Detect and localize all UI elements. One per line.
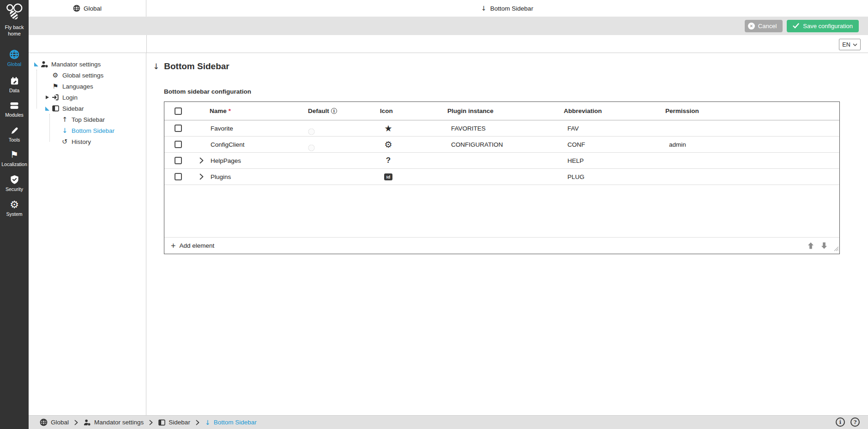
cancel-label: Cancel <box>758 23 777 30</box>
plus-icon: + <box>171 242 176 250</box>
tree-expander-open-icon[interactable] <box>43 105 51 112</box>
table-row: ConfigClient ⚙ CONFIGURATION CONF admin <box>164 137 839 153</box>
breadcrumb-item-bottom-sidebar[interactable]: ↓ Bottom Sidebar <box>205 419 257 426</box>
select-row-checkbox[interactable] <box>175 141 182 148</box>
toggle-knob <box>308 129 314 135</box>
language-select[interactable]: EN <box>839 39 861 50</box>
column-header-name: Name * <box>192 107 308 114</box>
settings-tree-panel: Mandator settings ⚙ Global settings ⚑ La… <box>29 53 146 415</box>
select-row-checkbox[interactable] <box>175 125 182 132</box>
tree-expander-slot <box>43 72 51 79</box>
tree-label: Bottom Sidebar <box>72 127 115 134</box>
column-header-default: Default i <box>308 107 380 114</box>
main-content: ↓ Bottom Sidebar Bottom sidebar configur… <box>146 53 868 415</box>
tree-expander-open-icon[interactable] <box>32 60 40 68</box>
rail-item-system[interactable]: ⚙ System <box>0 199 29 217</box>
tree-expander-closed-icon[interactable] <box>43 94 51 101</box>
question-mark-icon: ? <box>383 156 394 165</box>
arrow-down-icon: ↓ <box>481 5 487 12</box>
section-title: Bottom sidebar configuration <box>164 88 868 95</box>
breadcrumb-item-global[interactable]: Global <box>40 418 69 426</box>
star-icon: ★ <box>383 123 394 133</box>
select-all-checkbox[interactable] <box>175 107 182 115</box>
tree-label: Languages <box>62 83 93 90</box>
info-circle-icon[interactable]: i <box>836 417 845 427</box>
rail-item-data[interactable]: Data <box>0 75 29 93</box>
check-icon <box>793 23 799 29</box>
rail-label: Global <box>7 61 21 67</box>
abbreviation-value: HELP <box>564 157 665 164</box>
rail-label: System <box>6 211 22 217</box>
row-expand-chevron-icon[interactable] <box>192 173 211 180</box>
breadcrumb-label: Bottom Sidebar <box>214 419 257 426</box>
top-header: Global ↓ Bottom Sidebar <box>29 0 868 17</box>
page-title-text: Bottom Sidebar <box>164 61 229 72</box>
panel-header: Global <box>29 0 146 17</box>
chevron-down-icon <box>853 43 857 46</box>
arrow-down-icon: ↓ <box>153 62 159 71</box>
breadcrumb-label: Global <box>51 419 69 426</box>
select-row-checkbox[interactable] <box>175 157 182 164</box>
table-resize-handle[interactable] <box>832 245 839 253</box>
rail-item-global[interactable]: Global <box>0 49 29 67</box>
breadcrumb-item-mandator-settings[interactable]: Mandator settings <box>84 419 144 426</box>
element-name: ConfigClient <box>211 141 308 148</box>
rail-label: Localization <box>1 161 27 167</box>
page-title: ↓ Bottom Sidebar <box>153 61 868 72</box>
rail-item-modules[interactable]: Modules <box>0 100 29 118</box>
tree-item-sidebar[interactable]: Sidebar <box>29 103 146 114</box>
globe-icon <box>40 418 48 426</box>
tree-item-top-sidebar[interactable]: ↑ Top Sidebar <box>29 114 146 125</box>
calendar-edit-icon <box>10 75 19 86</box>
tree-label: Mandator settings <box>51 61 101 68</box>
sub-bar: EN <box>29 35 868 53</box>
tree-expander-slot <box>43 83 51 90</box>
tree-item-languages[interactable]: ⚑ Languages <box>29 81 146 92</box>
id-badge-icon: Id <box>384 173 392 180</box>
select-row-checkbox[interactable] <box>175 173 182 180</box>
required-marker: * <box>229 107 231 114</box>
application-window: Fly back home Global Data Modules Tools <box>0 0 868 429</box>
gear-icon: ⚙ <box>51 72 60 79</box>
rail-item-localization[interactable]: ⚑ Localization <box>0 149 29 167</box>
flag-icon: ⚑ <box>10 149 18 160</box>
tree-label: Sidebar <box>62 105 84 112</box>
arrow-up-icon <box>808 242 814 249</box>
table-row: Plugins Id PLUG <box>164 169 839 185</box>
tree-item-bottom-sidebar[interactable]: ↓ Bottom Sidebar <box>29 125 146 136</box>
rail-item-tools[interactable]: Tools <box>0 125 29 143</box>
add-element-button[interactable]: + Add element <box>171 242 214 250</box>
table-header-row: Name * Default i Icon Plugin instance Ab… <box>164 102 839 120</box>
element-name: Plugins <box>211 173 308 180</box>
toggle-knob <box>308 145 314 151</box>
help-circle-icon[interactable]: ? <box>850 417 860 427</box>
move-down-button[interactable] <box>821 242 827 249</box>
row-expand-chevron-icon[interactable] <box>192 157 211 164</box>
arrow-down-icon <box>821 242 827 249</box>
abbreviation-value: PLUG <box>564 173 665 180</box>
plugin-instance-value: FAVORITES <box>447 125 564 132</box>
flag-icon: ⚑ <box>51 83 60 90</box>
tree-item-history[interactable]: ↺ History <box>29 136 146 147</box>
tree-item-login[interactable]: Login <box>29 92 146 103</box>
tree-item-mandator-settings[interactable]: Mandator settings <box>29 59 146 70</box>
rail-label: Security <box>6 186 23 192</box>
home-button[interactable]: Fly back home <box>0 3 29 37</box>
pencil-icon <box>10 125 19 136</box>
table-row: HelpPages ? HELP <box>164 153 839 169</box>
breadcrumb-item-sidebar[interactable]: Sidebar <box>158 419 190 426</box>
history-icon: ↺ <box>60 138 69 145</box>
cancel-button[interactable]: × Cancel <box>745 20 783 32</box>
info-circle-icon[interactable]: i <box>331 108 337 114</box>
bottom-sidebar-config-table: Name * Default i Icon Plugin instance Ab… <box>164 101 840 254</box>
bee-logo-icon <box>4 15 25 23</box>
rail-label: Tools <box>9 137 20 143</box>
chevron-right-icon <box>149 420 153 425</box>
element-name: HelpPages <box>211 157 308 164</box>
tree-item-global-settings[interactable]: ⚙ Global settings <box>29 70 146 81</box>
save-configuration-button[interactable]: Save configuration <box>787 20 859 32</box>
tree-label: Top Sidebar <box>72 116 105 123</box>
move-up-button[interactable] <box>808 242 814 249</box>
sidebar-icon <box>51 105 60 112</box>
rail-item-security[interactable]: Security <box>0 174 29 192</box>
